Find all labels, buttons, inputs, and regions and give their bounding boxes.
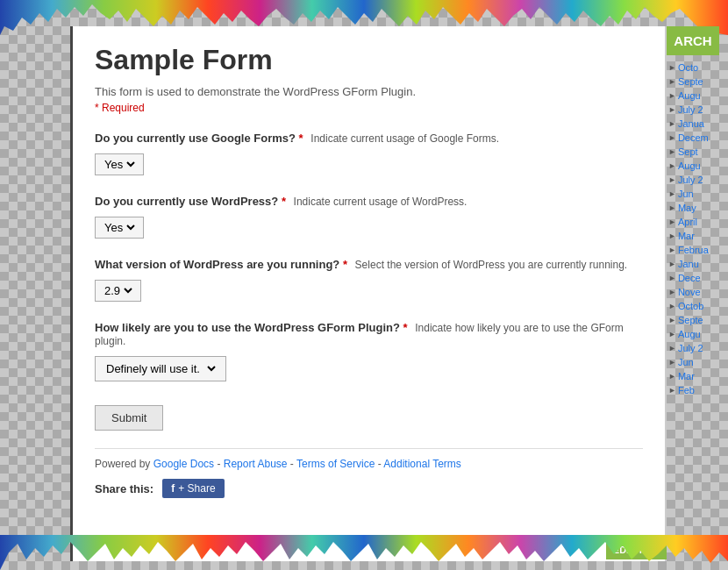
field-google-forms-select[interactable]: Yes No [101, 157, 138, 172]
footer-sep2: - [290, 458, 296, 470]
arrow-icon: ► [668, 260, 676, 268]
right-sidebar: ARCH ► Octo ► Septe ► Augu ► July 2 ► Ja… [667, 26, 728, 561]
sidebar-link-dec2[interactable]: ► Dece [668, 273, 728, 283]
field-likelihood-label: How likely are you to use the WordPress … [95, 321, 643, 347]
page-title: Sample Form [95, 44, 643, 76]
sidebar-link-sep3[interactable]: ► Septe [668, 315, 728, 325]
arrow-icon: ► [668, 161, 676, 170]
arrow-icon: ► [668, 386, 676, 395]
sidebar-links: ► Octo ► Septe ► Augu ► July 2 ► Janua ►… [667, 62, 728, 395]
arrow-icon: ► [668, 358, 676, 367]
arrow-icon: ► [668, 232, 676, 240]
arrow-icon: ► [668, 217, 676, 226]
sidebar-link-oct[interactable]: ► Octo [668, 62, 728, 73]
sidebar-link-jun1[interactable]: ► Jun [668, 189, 728, 199]
sidebar-link-jan2[interactable]: ► Janu [668, 259, 728, 269]
arrow-icon: ► [668, 288, 676, 296]
footer: Powered by Google Docs - Report Abuse - … [95, 448, 643, 470]
arrow-icon: ► [668, 147, 676, 156]
field-google-forms-label: Do you currently use Google Forms? * Ind… [95, 132, 643, 145]
share-facebook-button[interactable]: f + Share [162, 479, 224, 498]
arrow-icon: ► [668, 189, 676, 198]
field-google-forms-select-wrapper[interactable]: Yes No [95, 153, 144, 175]
arrow-icon: ► [668, 91, 676, 100]
sidebar-link-aug3[interactable]: ► Augu [668, 329, 728, 339]
sidebar-link-may[interactable]: ► May [668, 203, 728, 213]
google-docs-link[interactable]: Google Docs [153, 458, 214, 470]
sidebar-link-dec1[interactable]: ► Decem [668, 132, 728, 143]
arrow-icon: ► [668, 274, 676, 282]
arrow-icon: ► [668, 119, 676, 128]
sidebar-link-sep2[interactable]: ► Sept [668, 146, 728, 157]
arrow-icon: ► [668, 63, 676, 72]
field-wp-version-select-wrapper[interactable]: 2.9 3.0 3.1 3.2 [95, 280, 141, 302]
field-wordpress: Do you currently use WordPress? * Indica… [95, 195, 643, 239]
field-wp-version-label: What version of WordPress are you runnin… [95, 258, 643, 271]
arrow-icon: ► [668, 105, 676, 114]
sidebar-link-feb1[interactable]: ► Februa [668, 245, 728, 255]
sidebar-link-jul3[interactable]: ► July 2 [668, 343, 728, 353]
field-wordpress-select[interactable]: Yes No [101, 220, 138, 235]
sidebar-link-mar1[interactable]: ► Mar [668, 231, 728, 241]
share-row: Share this: f + Share [95, 479, 643, 498]
field-likelihood: How likely are you to use the WordPress … [95, 321, 643, 381]
arrow-icon: ► [668, 302, 676, 310]
arrow-icon: ► [668, 372, 676, 381]
sidebar-link-jun2[interactable]: ► Jun [668, 357, 728, 367]
arrow-icon: ► [668, 77, 676, 86]
archive-button[interactable]: ARCH [667, 26, 719, 55]
powered-by-text: Powered by [95, 458, 150, 470]
sidebar-link-aug2[interactable]: ► Augu [668, 160, 728, 171]
facebook-icon: f [171, 482, 175, 495]
share-button-label: + Share [178, 482, 215, 495]
field-wp-version-select[interactable]: 2.9 3.0 3.1 3.2 [101, 283, 135, 298]
field-wordpress-select-wrapper[interactable]: Yes No [95, 217, 144, 239]
field-wp-version: What version of WordPress are you runnin… [95, 258, 643, 302]
field-wordpress-label: Do you currently use WordPress? * Indica… [95, 195, 643, 208]
footer-sep1: - [217, 458, 223, 470]
share-label: Share this: [95, 482, 153, 495]
terms-link[interactable]: Terms of Service [296, 458, 375, 470]
arrow-icon: ► [668, 203, 676, 212]
sidebar-link-jan[interactable]: ► Janua [668, 118, 728, 129]
arrow-icon: ► [668, 175, 676, 184]
sidebar-link-jul1[interactable]: ► July 2 [668, 104, 728, 115]
sidebar-link-nov[interactable]: ► Nove [668, 287, 728, 297]
field-likelihood-select[interactable]: Definely will use it. Probably will use … [103, 361, 218, 376]
arrow-icon: ► [668, 344, 676, 353]
arrow-icon: ► [668, 316, 676, 324]
field-likelihood-select-wrapper[interactable]: Definely will use it. Probably will use … [95, 356, 226, 381]
sidebar-link-jul2[interactable]: ► July 2 [668, 175, 728, 185]
submit-button[interactable]: Submit [95, 405, 163, 431]
required-notice: * Required [95, 102, 643, 114]
sidebar-link-mar2[interactable]: ► Mar [668, 371, 728, 381]
additional-terms-link[interactable]: Additional Terms [383, 458, 461, 470]
sidebar-link-sep1[interactable]: ► Septe [668, 76, 728, 87]
arrow-icon: ► [668, 330, 676, 338]
arrow-icon: ► [668, 246, 676, 254]
sidebar-link-oct2[interactable]: ► Octob [668, 301, 728, 311]
arrow-icon: ► [668, 133, 676, 142]
sidebar-link-feb2[interactable]: ► Feb [668, 385, 728, 395]
sidebar-link-aug1[interactable]: ► Augu [668, 90, 728, 101]
sidebar-link-apr[interactable]: ► April [668, 217, 728, 227]
main-content: Sample Form This form is used to demonst… [70, 26, 667, 561]
form-description: This form is used to demonstrate the Wor… [95, 85, 643, 98]
field-google-forms: Do you currently use Google Forms? * Ind… [95, 132, 643, 175]
report-abuse-link[interactable]: Report Abuse [224, 458, 288, 470]
